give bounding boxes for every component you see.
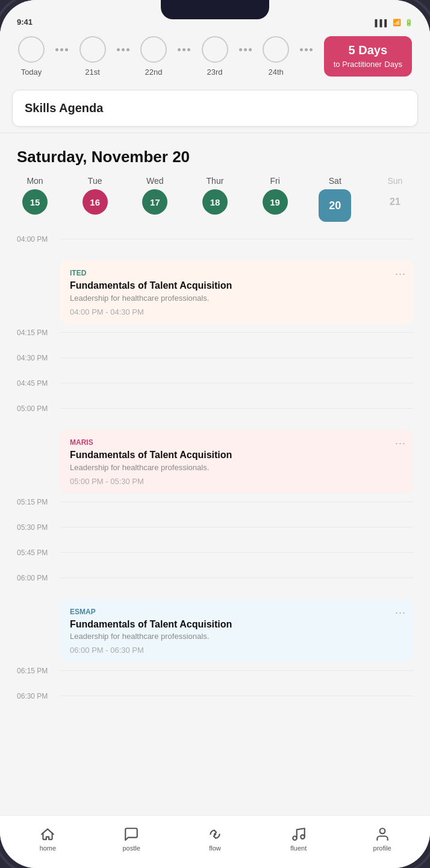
day-circle-18: 18 <box>202 189 228 215</box>
svg-point-2 <box>379 828 385 834</box>
battery-icon: 🔋 <box>405 19 413 27</box>
day-item-sat[interactable]: Sat 20 <box>317 176 353 222</box>
event-subtitle-esmap: Leadership for healthcare professionals. <box>70 632 404 641</box>
timeline-item-24[interactable]: 24th <box>263 36 289 77</box>
timeline-dots-2 <box>117 48 129 64</box>
time-row-0530: 05:30 PM <box>17 521 413 546</box>
event-time-maris: 05:00 PM - 05:30 PM <box>70 477 404 486</box>
day-name-sun: Sun <box>387 176 402 186</box>
day-item-sun[interactable]: Sun 21 <box>377 176 413 215</box>
nav-item-fluent[interactable]: fluent <box>281 826 317 852</box>
day-name-tue: Tue <box>88 176 102 186</box>
timeline-circle-today <box>18 36 45 63</box>
phone-screen: 9:41 ▌▌▌ 📶 🔋 Today <box>0 0 430 868</box>
time-label-0500: 05:00 PM <box>17 402 60 413</box>
day-num-17: 17 <box>150 197 160 207</box>
time-label-0530: 05:30 PM <box>17 521 60 532</box>
time-line-0515 <box>60 502 413 502</box>
phone-frame: 9:41 ▌▌▌ 📶 🔋 Today <box>0 0 430 868</box>
time-row-0600: 06:00 PM <box>17 571 413 597</box>
home-icon <box>40 826 55 842</box>
notch <box>161 0 269 19</box>
event-subtitle-ited: Leadership for healthcare professionals. <box>70 294 404 303</box>
day-circle-16: 16 <box>83 189 108 215</box>
event-more-btn-maris[interactable]: ··· <box>395 437 406 450</box>
time-line-0615 <box>60 670 413 671</box>
scroll-content[interactable]: Today 21st 22n <box>0 30 430 815</box>
time-label-0415: 04:15 PM <box>17 326 60 337</box>
event-card-esmap[interactable]: ··· ESMAP Fundamentals of Talent Acquisi… <box>60 599 413 662</box>
day-circle-17: 17 <box>142 189 167 215</box>
header-section: Today 21st 22n <box>0 30 430 90</box>
calendar-date-title: Saturday, November 20 <box>17 148 413 166</box>
day-name-sat: Sat <box>329 176 341 186</box>
signal-icon: ▌▌▌ <box>375 19 389 27</box>
time-label-0430: 04:30 PM <box>17 351 60 362</box>
time-label-0545: 05:45 PM <box>17 546 60 557</box>
time-line-0500 <box>60 408 413 409</box>
time-line-0415 <box>60 332 413 333</box>
time-line-0445 <box>60 383 413 383</box>
day-circle-21: 21 <box>382 189 408 215</box>
svg-point-1 <box>301 835 305 839</box>
timeline-dots-1 <box>55 48 68 64</box>
event-title-ited: Fundamentals of Talent Acquisition <box>70 280 404 292</box>
timeline-circle-24 <box>263 36 289 63</box>
timeline-item-today[interactable]: Today <box>18 36 45 77</box>
timeline-item-23[interactable]: 23rd <box>202 36 228 77</box>
practitioner-days-label: to Practitioner <box>334 60 382 69</box>
nav-item-flow[interactable]: flow <box>197 826 233 852</box>
time-row-0615: 06:15 PM <box>17 664 413 690</box>
day-item-mon[interactable]: Mon 15 <box>17 176 53 215</box>
timeline-label-today: Today <box>21 68 42 77</box>
nav-label-fluent: fluent <box>290 844 307 852</box>
day-item-thur[interactable]: Thur 18 <box>197 176 233 215</box>
time-line-0630 <box>60 696 413 696</box>
practitioner-badge[interactable]: 5 Days to Practitioner Days <box>324 36 412 77</box>
day-item-fri[interactable]: Fri 19 <box>257 176 293 215</box>
event-more-btn-esmap[interactable]: ··· <box>395 606 406 619</box>
nav-item-postle[interactable]: postle <box>113 826 149 852</box>
skills-agenda-text: Skills Agenda <box>25 101 103 115</box>
time-line-0430 <box>60 357 413 358</box>
event-time-ited: 04:00 PM - 04:30 PM <box>70 307 404 316</box>
week-row: Mon 15 Tue 16 Wed <box>17 176 413 222</box>
day-name-thur: Thur <box>207 176 224 186</box>
day-name-mon: Mon <box>26 176 43 186</box>
event-card-ited[interactable]: ··· ITED Fundamentals of Talent Acquisit… <box>60 260 413 324</box>
time-label-0630: 06:30 PM <box>17 690 60 700</box>
timeline-item-21[interactable]: 21st <box>79 36 106 77</box>
time-row-0430: 04:30 PM <box>17 351 413 377</box>
nav-item-home[interactable]: home <box>30 826 66 852</box>
timeline-circle-23 <box>202 36 228 63</box>
timeline-label-22: 22nd <box>145 68 163 77</box>
day-num-19: 19 <box>270 197 280 207</box>
time-row-0545: 05:45 PM <box>17 546 413 571</box>
event-title-maris: Fundamentals of Talent Acquisition <box>70 449 404 462</box>
day-circle-15: 15 <box>22 189 48 215</box>
section-divider-1 <box>0 133 430 133</box>
status-icons: ▌▌▌ 📶 🔋 <box>375 19 413 27</box>
day-item-wed[interactable]: Wed 17 <box>137 176 173 215</box>
wifi-icon: 📶 <box>393 19 401 27</box>
schedule-section: 04:00 PM ··· ITED Fundamentals of Talent… <box>0 227 430 727</box>
time-line-0545 <box>60 552 413 553</box>
event-more-btn-ited[interactable]: ··· <box>395 268 406 280</box>
event-subtitle-maris: Leadership for healthcare professionals. <box>70 463 404 472</box>
event-time-esmap: 06:00 PM - 06:30 PM <box>70 646 404 655</box>
calendar-section: Saturday, November 20 Mon 15 Tue 16 <box>0 136 430 222</box>
time-row-0515: 05:15 PM <box>17 495 413 521</box>
event-card-maris[interactable]: ··· MARIS Fundamentals of Talent Acquisi… <box>60 430 413 493</box>
day-num-18: 18 <box>210 197 220 207</box>
day-num-20: 20 <box>329 200 341 212</box>
status-time: 9:41 <box>17 17 33 27</box>
day-num-21: 21 <box>390 197 400 207</box>
skills-agenda-box[interactable]: Skills Agenda <box>12 90 418 127</box>
timeline-item-22[interactable]: 22nd <box>140 36 167 77</box>
time-label-0400: 04:00 PM <box>17 233 60 244</box>
day-item-tue[interactable]: Tue 16 <box>77 176 113 215</box>
nav-item-profile[interactable]: profile <box>364 826 400 852</box>
time-line-0600 <box>60 577 413 578</box>
nav-label-profile: profile <box>373 844 391 852</box>
timeline-dots-4 <box>239 48 252 64</box>
